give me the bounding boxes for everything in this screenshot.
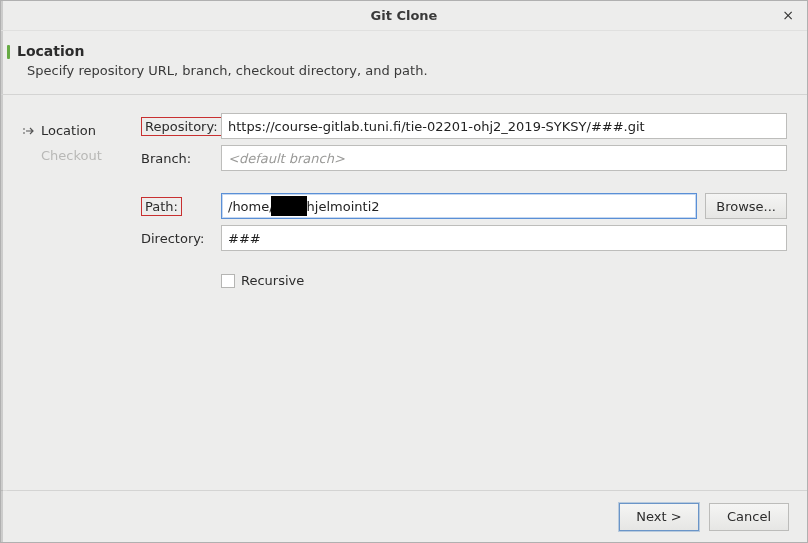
arrow-icon [21, 124, 35, 138]
wizard-step-location[interactable]: Location [21, 123, 141, 138]
repository-label: Repository: [141, 119, 221, 134]
svg-point-1 [23, 132, 25, 134]
header-title: Location [17, 43, 787, 59]
form-area: Repository: Branch: Path: [141, 113, 787, 480]
row-repository: Repository: [141, 113, 787, 139]
recursive-checkbox[interactable] [221, 274, 235, 288]
recursive-label: Recursive [241, 273, 304, 288]
branch-label: Branch: [141, 151, 221, 166]
close-icon[interactable]: × [779, 7, 797, 25]
svg-point-0 [23, 128, 25, 130]
directory-input[interactable] [221, 225, 787, 251]
wizard-step-label: Checkout [41, 148, 102, 163]
path-input-wrap [221, 193, 697, 219]
branch-input[interactable] [221, 145, 787, 171]
row-directory: Directory: [141, 225, 787, 251]
header-accent [7, 45, 10, 59]
wizard-step-checkout: Checkout [21, 148, 141, 163]
dialog-footer: Next > Cancel [1, 490, 807, 542]
dialog-header: Location Specify repository URL, branch,… [1, 31, 807, 95]
cancel-button[interactable]: Cancel [709, 503, 789, 531]
window-title: Git Clone [371, 8, 438, 23]
directory-label: Directory: [141, 231, 221, 246]
blank-icon [21, 149, 35, 163]
dialog-body: Location Checkout Repository: Branch: [1, 95, 807, 490]
row-recursive: Recursive [221, 273, 787, 288]
repository-input[interactable] [221, 113, 787, 139]
header-subtitle: Specify repository URL, branch, checkout… [27, 63, 787, 78]
row-branch: Branch: [141, 145, 787, 171]
wizard-steps: Location Checkout [21, 113, 141, 480]
row-path: Path: Browse... [141, 193, 787, 219]
redaction-block [271, 196, 307, 216]
browse-button[interactable]: Browse... [705, 193, 787, 219]
title-bar: Git Clone × [1, 1, 807, 31]
git-clone-dialog: Git Clone × Location Specify repository … [0, 0, 808, 543]
next-button[interactable]: Next > [619, 503, 699, 531]
path-label: Path: [141, 199, 221, 214]
wizard-step-label: Location [41, 123, 96, 138]
